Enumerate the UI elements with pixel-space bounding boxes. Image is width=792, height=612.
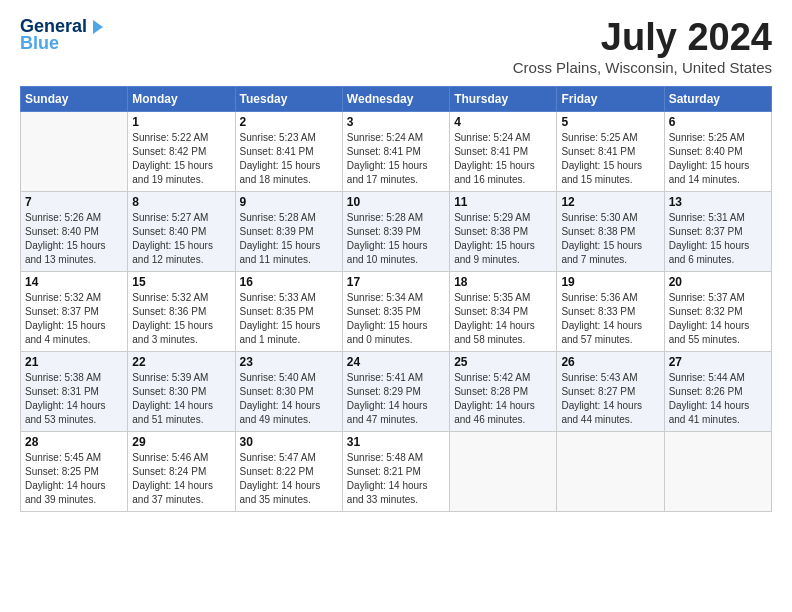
day-number: 15 [132, 275, 230, 289]
day-number: 25 [454, 355, 552, 369]
table-row: 10Sunrise: 5:28 AMSunset: 8:39 PMDayligh… [342, 192, 449, 272]
day-detail: Sunrise: 5:44 AMSunset: 8:26 PMDaylight:… [669, 371, 767, 427]
day-detail: Sunrise: 5:22 AMSunset: 8:42 PMDaylight:… [132, 131, 230, 187]
logo-text-blue: Blue [20, 33, 59, 54]
day-number: 10 [347, 195, 445, 209]
table-row: 1Sunrise: 5:22 AMSunset: 8:42 PMDaylight… [128, 112, 235, 192]
day-detail: Sunrise: 5:40 AMSunset: 8:30 PMDaylight:… [240, 371, 338, 427]
day-detail: Sunrise: 5:23 AMSunset: 8:41 PMDaylight:… [240, 131, 338, 187]
day-detail: Sunrise: 5:25 AMSunset: 8:41 PMDaylight:… [561, 131, 659, 187]
table-row: 12Sunrise: 5:30 AMSunset: 8:38 PMDayligh… [557, 192, 664, 272]
day-number: 5 [561, 115, 659, 129]
day-detail: Sunrise: 5:28 AMSunset: 8:39 PMDaylight:… [240, 211, 338, 267]
header-wednesday: Wednesday [342, 87, 449, 112]
table-row [450, 432, 557, 512]
day-detail: Sunrise: 5:43 AMSunset: 8:27 PMDaylight:… [561, 371, 659, 427]
table-row [664, 432, 771, 512]
table-row: 3Sunrise: 5:24 AMSunset: 8:41 PMDaylight… [342, 112, 449, 192]
svg-marker-0 [93, 20, 103, 34]
day-number: 11 [454, 195, 552, 209]
table-row: 9Sunrise: 5:28 AMSunset: 8:39 PMDaylight… [235, 192, 342, 272]
day-detail: Sunrise: 5:28 AMSunset: 8:39 PMDaylight:… [347, 211, 445, 267]
day-detail: Sunrise: 5:30 AMSunset: 8:38 PMDaylight:… [561, 211, 659, 267]
table-row: 31Sunrise: 5:48 AMSunset: 8:21 PMDayligh… [342, 432, 449, 512]
table-row [21, 112, 128, 192]
title-block: July 2024 Cross Plains, Wisconsin, Unite… [513, 16, 772, 76]
day-detail: Sunrise: 5:33 AMSunset: 8:35 PMDaylight:… [240, 291, 338, 347]
day-detail: Sunrise: 5:46 AMSunset: 8:24 PMDaylight:… [132, 451, 230, 507]
table-row: 6Sunrise: 5:25 AMSunset: 8:40 PMDaylight… [664, 112, 771, 192]
day-detail: Sunrise: 5:47 AMSunset: 8:22 PMDaylight:… [240, 451, 338, 507]
calendar-week-row: 21Sunrise: 5:38 AMSunset: 8:31 PMDayligh… [21, 352, 772, 432]
table-row: 20Sunrise: 5:37 AMSunset: 8:32 PMDayligh… [664, 272, 771, 352]
day-detail: Sunrise: 5:31 AMSunset: 8:37 PMDaylight:… [669, 211, 767, 267]
page-header: General Blue July 2024 Cross Plains, Wis… [20, 16, 772, 76]
header-friday: Friday [557, 87, 664, 112]
day-detail: Sunrise: 5:32 AMSunset: 8:37 PMDaylight:… [25, 291, 123, 347]
calendar-table: Sunday Monday Tuesday Wednesday Thursday… [20, 86, 772, 512]
day-number: 18 [454, 275, 552, 289]
day-number: 8 [132, 195, 230, 209]
day-detail: Sunrise: 5:45 AMSunset: 8:25 PMDaylight:… [25, 451, 123, 507]
subtitle: Cross Plains, Wisconsin, United States [513, 59, 772, 76]
table-row: 25Sunrise: 5:42 AMSunset: 8:28 PMDayligh… [450, 352, 557, 432]
day-number: 1 [132, 115, 230, 129]
table-row: 19Sunrise: 5:36 AMSunset: 8:33 PMDayligh… [557, 272, 664, 352]
day-number: 16 [240, 275, 338, 289]
table-row: 30Sunrise: 5:47 AMSunset: 8:22 PMDayligh… [235, 432, 342, 512]
calendar-week-row: 1Sunrise: 5:22 AMSunset: 8:42 PMDaylight… [21, 112, 772, 192]
day-number: 3 [347, 115, 445, 129]
day-number: 20 [669, 275, 767, 289]
table-row: 2Sunrise: 5:23 AMSunset: 8:41 PMDaylight… [235, 112, 342, 192]
table-row: 14Sunrise: 5:32 AMSunset: 8:37 PMDayligh… [21, 272, 128, 352]
table-row: 7Sunrise: 5:26 AMSunset: 8:40 PMDaylight… [21, 192, 128, 272]
logo: General Blue [20, 16, 105, 54]
day-number: 23 [240, 355, 338, 369]
day-detail: Sunrise: 5:25 AMSunset: 8:40 PMDaylight:… [669, 131, 767, 187]
table-row: 24Sunrise: 5:41 AMSunset: 8:29 PMDayligh… [342, 352, 449, 432]
day-detail: Sunrise: 5:38 AMSunset: 8:31 PMDaylight:… [25, 371, 123, 427]
day-number: 26 [561, 355, 659, 369]
table-row: 17Sunrise: 5:34 AMSunset: 8:35 PMDayligh… [342, 272, 449, 352]
day-number: 21 [25, 355, 123, 369]
table-row: 28Sunrise: 5:45 AMSunset: 8:25 PMDayligh… [21, 432, 128, 512]
day-detail: Sunrise: 5:24 AMSunset: 8:41 PMDaylight:… [454, 131, 552, 187]
day-number: 30 [240, 435, 338, 449]
day-number: 4 [454, 115, 552, 129]
calendar-header-row: Sunday Monday Tuesday Wednesday Thursday… [21, 87, 772, 112]
main-title: July 2024 [513, 16, 772, 59]
day-detail: Sunrise: 5:36 AMSunset: 8:33 PMDaylight:… [561, 291, 659, 347]
table-row: 5Sunrise: 5:25 AMSunset: 8:41 PMDaylight… [557, 112, 664, 192]
logo-arrow-icon [87, 18, 105, 36]
header-sunday: Sunday [21, 87, 128, 112]
day-number: 27 [669, 355, 767, 369]
header-monday: Monday [128, 87, 235, 112]
day-number: 6 [669, 115, 767, 129]
day-number: 7 [25, 195, 123, 209]
day-detail: Sunrise: 5:37 AMSunset: 8:32 PMDaylight:… [669, 291, 767, 347]
day-detail: Sunrise: 5:27 AMSunset: 8:40 PMDaylight:… [132, 211, 230, 267]
day-detail: Sunrise: 5:35 AMSunset: 8:34 PMDaylight:… [454, 291, 552, 347]
day-detail: Sunrise: 5:39 AMSunset: 8:30 PMDaylight:… [132, 371, 230, 427]
day-detail: Sunrise: 5:34 AMSunset: 8:35 PMDaylight:… [347, 291, 445, 347]
calendar-week-row: 7Sunrise: 5:26 AMSunset: 8:40 PMDaylight… [21, 192, 772, 272]
day-detail: Sunrise: 5:29 AMSunset: 8:38 PMDaylight:… [454, 211, 552, 267]
table-row: 18Sunrise: 5:35 AMSunset: 8:34 PMDayligh… [450, 272, 557, 352]
calendar-week-row: 28Sunrise: 5:45 AMSunset: 8:25 PMDayligh… [21, 432, 772, 512]
table-row: 27Sunrise: 5:44 AMSunset: 8:26 PMDayligh… [664, 352, 771, 432]
day-number: 12 [561, 195, 659, 209]
table-row: 15Sunrise: 5:32 AMSunset: 8:36 PMDayligh… [128, 272, 235, 352]
day-detail: Sunrise: 5:26 AMSunset: 8:40 PMDaylight:… [25, 211, 123, 267]
day-number: 9 [240, 195, 338, 209]
header-saturday: Saturday [664, 87, 771, 112]
day-detail: Sunrise: 5:41 AMSunset: 8:29 PMDaylight:… [347, 371, 445, 427]
day-detail: Sunrise: 5:42 AMSunset: 8:28 PMDaylight:… [454, 371, 552, 427]
day-number: 31 [347, 435, 445, 449]
day-detail: Sunrise: 5:32 AMSunset: 8:36 PMDaylight:… [132, 291, 230, 347]
calendar-week-row: 14Sunrise: 5:32 AMSunset: 8:37 PMDayligh… [21, 272, 772, 352]
day-number: 29 [132, 435, 230, 449]
table-row: 13Sunrise: 5:31 AMSunset: 8:37 PMDayligh… [664, 192, 771, 272]
table-row: 21Sunrise: 5:38 AMSunset: 8:31 PMDayligh… [21, 352, 128, 432]
day-number: 17 [347, 275, 445, 289]
table-row: 16Sunrise: 5:33 AMSunset: 8:35 PMDayligh… [235, 272, 342, 352]
